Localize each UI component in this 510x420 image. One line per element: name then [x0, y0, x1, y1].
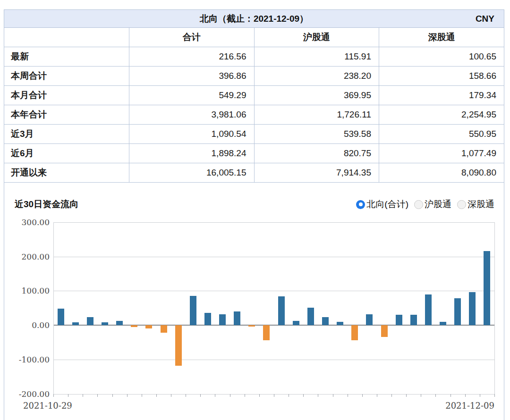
bar-positive: [190, 296, 196, 326]
radio-label: 北向(合计): [366, 198, 408, 210]
x-axis-tickmark: [494, 394, 495, 397]
row-label: 本年合计: [4, 105, 129, 125]
x-axis-label-end: 2021-12-09: [445, 401, 494, 411]
bar-negative: [248, 325, 255, 327]
gridline: [53, 291, 494, 291]
table-row: 最新216.56115.91100.65: [4, 47, 504, 67]
table-cell-value: 550.95: [379, 125, 504, 144]
bar-positive: [87, 317, 94, 325]
x-axis-tickmark: [421, 394, 421, 397]
bar-positive: [116, 321, 123, 325]
table-cell-value: 7,914.35: [254, 163, 379, 183]
table-row: 近6月1,898.24820.751,077.49: [4, 144, 504, 163]
table-cell-value: 8,090.80: [379, 163, 504, 183]
table-row: 开通以来16,005.157,914.358,090.80: [4, 163, 504, 183]
radio-label: 沪股通: [425, 198, 451, 210]
currency-label: CNY: [476, 10, 494, 27]
bar-negative: [175, 325, 182, 366]
bar-positive: [484, 251, 490, 325]
bar-positive: [278, 296, 285, 325]
bar-negative: [131, 325, 137, 327]
y-axis-line: [53, 222, 54, 394]
row-label: 近3月: [4, 125, 129, 144]
x-axis-tickmark: [362, 394, 363, 397]
table-row: 本月合计549.29369.95179.34: [4, 86, 504, 105]
table-cell-value: 369.95: [254, 86, 379, 105]
x-axis-tickmark: [435, 394, 436, 397]
bar-positive: [293, 321, 299, 325]
gridline: [53, 222, 494, 223]
table-cell-value: 1,898.24: [129, 144, 255, 163]
bar-positive: [366, 314, 373, 325]
x-axis-tickmark: [112, 394, 113, 397]
table-row: 本年合计3,981.061,726.112,254.95: [4, 105, 504, 125]
bar-positive: [410, 315, 417, 325]
x-axis-tickmark: [377, 394, 377, 397]
col-header-blank: [4, 28, 129, 47]
col-header-sh-connect: 沪股通: [254, 28, 379, 47]
bar-negative: [263, 325, 270, 340]
y-axis-tick-label: 300.00: [6, 218, 50, 227]
radio-selected-icon[interactable]: [356, 200, 365, 209]
bar-positive: [396, 315, 402, 326]
bar-negative: [145, 325, 152, 328]
row-label: 本月合计: [4, 86, 129, 105]
x-axis-tickmark: [289, 394, 289, 397]
table-cell-value: 115.91: [254, 47, 379, 67]
plot-right-border: [494, 222, 495, 394]
col-header-total: 合计: [129, 28, 255, 47]
x-axis-tickmark: [259, 394, 260, 397]
table-cell-value: 179.34: [379, 86, 504, 105]
bar-positive: [454, 298, 461, 325]
x-axis-label-start: 2021-10-29: [23, 401, 72, 411]
x-axis-tickmark: [391, 394, 392, 397]
series-radio-sh-connect[interactable]: 沪股通: [414, 198, 451, 210]
x-axis-tickmark: [318, 394, 318, 397]
x-axis-tickmark: [97, 394, 98, 397]
y-axis-tick-label: 100.00: [6, 286, 50, 295]
x-axis-tickmark: [142, 394, 142, 397]
table-cell-value: 158.66: [379, 67, 504, 86]
table-row: 近3月1,090.54539.58550.95: [4, 125, 504, 144]
series-radio-sz-connect[interactable]: 深股通: [457, 198, 494, 210]
x-axis-tickmark: [230, 394, 230, 397]
table-cell-value: 216.56: [129, 47, 255, 67]
table-cell-value: 1,726.11: [254, 105, 379, 125]
x-axis-tickmark: [53, 394, 54, 397]
table-cell-value: 539.58: [254, 125, 379, 144]
table-cell-value: 100.65: [379, 47, 504, 67]
x-axis-tickmark: [171, 394, 171, 397]
bar-positive: [72, 322, 79, 326]
y-axis-tick-label: 200.00: [6, 252, 50, 261]
panel-title-bar: 北向（截止：2021-12-09） CNY: [4, 10, 504, 28]
table-header-row: 合计 沪股通 深股通: [4, 28, 504, 47]
bar-positive: [440, 322, 446, 325]
table-cell-value: 820.75: [254, 144, 379, 163]
x-axis-tickmark: [127, 394, 128, 397]
x-axis-tickmark: [406, 394, 407, 397]
table-cell-value: 1,090.54: [129, 125, 255, 144]
x-axis-tickmark: [156, 394, 157, 397]
series-radio-group: 北向(合计)沪股通深股通: [356, 198, 494, 210]
row-label: 近6月: [4, 144, 129, 163]
bar-chart: 300.00200.00100.000.00-100.00-200.002021…: [4, 217, 504, 420]
x-axis-tickmark: [303, 394, 304, 397]
radio-unselected-icon[interactable]: [414, 200, 423, 209]
radio-unselected-icon[interactable]: [457, 200, 466, 209]
series-radio-northbound-total[interactable]: 北向(合计): [356, 198, 408, 210]
table-cell-value: 16,005.15: [129, 163, 255, 183]
x-axis-tickmark: [83, 394, 83, 397]
bar-positive: [469, 292, 476, 325]
table-cell-value: 549.29: [129, 86, 255, 105]
flow-summary-table: 合计 沪股通 深股通 最新216.56115.91100.65本周合计396.8…: [4, 28, 504, 183]
bar-negative: [351, 325, 358, 340]
flow-table-body: 最新216.56115.91100.65本周合计396.86238.20158.…: [4, 47, 504, 183]
row-label: 最新: [4, 47, 129, 67]
x-axis-tickmark: [348, 394, 348, 397]
x-axis-tickmark: [200, 394, 201, 397]
bar-positive: [234, 311, 240, 325]
table-row: 本周合计396.86238.20158.66: [4, 67, 504, 86]
y-axis-tick-label: -200.00: [6, 389, 50, 399]
chart-header: 近30日资金流向 北向(合计)沪股通深股通: [4, 183, 504, 212]
table-cell-value: 238.20: [254, 67, 379, 86]
